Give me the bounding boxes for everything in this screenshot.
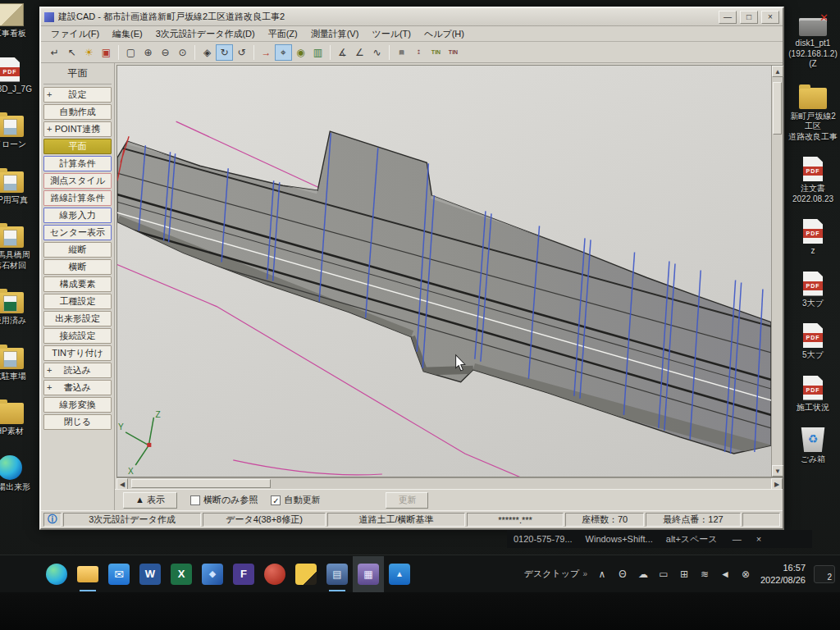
orbit-icon[interactable]: ↺ bbox=[233, 44, 250, 61]
sidebar-button[interactable]: 計算条件 bbox=[43, 156, 112, 171]
fit-view-icon[interactable]: ▢ bbox=[122, 44, 139, 61]
fly-through-icon[interactable]: → bbox=[258, 44, 275, 61]
desktop-icon[interactable]: 5大プ bbox=[787, 323, 839, 361]
desktop-icon[interactable]: z bbox=[787, 219, 839, 257]
checkbox-box[interactable] bbox=[190, 495, 200, 505]
title-bar[interactable]: 建設CAD - 都市計画道路新町戸坂線2工区道路改良工事2 — □ × bbox=[41, 8, 783, 26]
desktop-icon[interactable]: 広駐車場 bbox=[0, 345, 36, 382]
tin-check-icon[interactable]: TIN bbox=[445, 44, 462, 61]
sidebar-button[interactable]: 横断 bbox=[43, 259, 112, 275]
maximize-button[interactable]: □ bbox=[740, 11, 758, 24]
word-icon[interactable] bbox=[135, 556, 166, 592]
exit-icon[interactable]: ↵ bbox=[46, 44, 63, 61]
antivirus-tray-icon[interactable]: ⊗ bbox=[739, 568, 752, 580]
minimize-button[interactable]: — bbox=[719, 11, 737, 24]
menu-item[interactable]: 平面(Z) bbox=[262, 26, 304, 42]
desktop-icon[interactable]: 車場出来形 bbox=[0, 455, 36, 493]
edge-taskbar-icon[interactable] bbox=[41, 556, 72, 592]
sidebar-button[interactable]: 線形入力 bbox=[43, 208, 112, 223]
desktop-icon[interactable]: 使用済み bbox=[0, 289, 36, 326]
sidebar-button[interactable]: 構成要素 bbox=[43, 276, 112, 292]
measure-height-icon[interactable]: ∡ bbox=[334, 44, 351, 61]
notification-center-badge[interactable]: 2 bbox=[814, 565, 835, 583]
hint-lightbulb-icon[interactable]: ☀ bbox=[80, 44, 98, 61]
desktop-icon[interactable]: et-3D_J_7G bbox=[0, 57, 36, 95]
update-button[interactable]: 更新 bbox=[386, 492, 428, 509]
sidebar-button[interactable]: +書込み bbox=[43, 380, 112, 395]
sidebar-button[interactable]: 線形変換 bbox=[43, 397, 112, 413]
scroll-up-arrow[interactable]: ▲ bbox=[772, 66, 783, 77]
security-tray-icon[interactable]: ⊞ bbox=[678, 568, 691, 580]
menu-item[interactable]: 測量計算(V) bbox=[304, 26, 366, 42]
scroll-left-arrow[interactable]: ◀ bbox=[116, 478, 128, 490]
measure-angle-icon[interactable]: ∠ bbox=[351, 44, 368, 61]
menu-item[interactable]: 3次元設計データ作成(D) bbox=[149, 26, 262, 42]
cad-3d-app-icon[interactable] bbox=[197, 556, 228, 592]
properties-icon[interactable]: ▣ bbox=[98, 44, 115, 61]
display-tray-icon[interactable]: ▭ bbox=[657, 568, 670, 580]
capture-icon[interactable]: ▤ bbox=[393, 44, 410, 61]
volume-tray-icon[interactable]: ◄ bbox=[719, 568, 732, 580]
desktop-icon[interactable]: ドローン bbox=[0, 112, 36, 150]
rotate-view-icon[interactable]: ↻ bbox=[216, 44, 233, 61]
mail-icon[interactable] bbox=[103, 556, 135, 592]
desktop-icon[interactable]: ごみ箱 bbox=[787, 427, 839, 465]
deskband-chevron-icon[interactable]: » bbox=[582, 569, 587, 578]
sidebar-button[interactable]: +設定 bbox=[43, 87, 112, 103]
sidebar-button[interactable]: 接続設定 bbox=[43, 328, 112, 344]
taskbar-clock[interactable]: 16:57 2022/08/26 bbox=[760, 562, 806, 586]
blue-document-app-icon[interactable] bbox=[322, 556, 353, 592]
info-icon[interactable]: ⓘ bbox=[43, 513, 62, 527]
auto-update-checkbox[interactable]: ✓ 自動更新 bbox=[271, 494, 320, 506]
menu-item[interactable]: ヘルプ(H) bbox=[418, 26, 471, 42]
desktop-icon[interactable]: 新町戸坂線2工区 道路改良工事 bbox=[787, 84, 839, 143]
sidebar-button[interactable]: 工種設定 bbox=[43, 294, 112, 309]
sidebar-button[interactable]: 測点スタイル bbox=[43, 173, 112, 189]
file-explorer-icon[interactable] bbox=[72, 556, 103, 592]
sidebar-button[interactable]: TINすり付け bbox=[43, 345, 112, 361]
desktop-icon[interactable]: 施工状況 bbox=[787, 376, 839, 413]
sidebar-button[interactable]: +読込み bbox=[43, 363, 112, 378]
horizontal-scroll-thumb[interactable] bbox=[131, 479, 271, 488]
scroll-down-arrow[interactable]: ▼ bbox=[772, 465, 783, 477]
footsteps-icon[interactable]: ⁑ bbox=[410, 44, 427, 61]
purple-app-icon[interactable] bbox=[353, 556, 384, 592]
desktop-icon[interactable]: 城馬具橋周 落石材回 bbox=[0, 223, 36, 271]
menu-item[interactable]: ツール(T) bbox=[365, 26, 418, 42]
onedrive-tray-icon[interactable]: ☁ bbox=[637, 568, 650, 580]
desktop-icon[interactable]: disk1_pt1 (192.168.1.2) (Z bbox=[787, 13, 839, 70]
sidebar-button[interactable]: 自動作成 bbox=[43, 104, 112, 120]
f-app-icon[interactable] bbox=[228, 556, 259, 592]
menu-item[interactable]: 編集(E) bbox=[106, 26, 149, 42]
yellow-cad-app-icon[interactable] bbox=[290, 556, 322, 592]
sidebar-button[interactable]: 出来形設定 bbox=[43, 311, 112, 326]
zoom-in-icon[interactable]: ⊕ bbox=[139, 44, 157, 61]
3d-viewport[interactable]: Z Y X bbox=[117, 66, 771, 477]
sidebar-button[interactable]: +POINT連携 bbox=[43, 121, 112, 137]
desktop-icon[interactable]: 工事看板 bbox=[0, 3, 36, 39]
excel-icon[interactable] bbox=[166, 556, 197, 592]
sidebar-button[interactable]: 平面 bbox=[43, 139, 112, 154]
drive-icon[interactable]: ▥ bbox=[309, 44, 326, 61]
desktop-icon[interactable]: 3大プ bbox=[787, 272, 839, 309]
toast-close-icon[interactable]: × bbox=[756, 534, 761, 544]
desktop-icon[interactable]: HP素材 bbox=[0, 399, 36, 437]
sidebar-button[interactable]: 閉じる bbox=[43, 414, 112, 430]
desktop-icon[interactable]: 注文書 2022.08.23 bbox=[787, 157, 839, 204]
zoom-window-icon[interactable]: ⊙ bbox=[174, 44, 191, 61]
red-app-icon[interactable] bbox=[259, 556, 290, 592]
section-only-checkbox[interactable]: 横断のみ参照 bbox=[190, 494, 258, 506]
vertical-scrollbar[interactable]: ▲ ▼ bbox=[771, 66, 783, 477]
sidebar-button[interactable]: センター表示 bbox=[43, 225, 112, 240]
horizontal-scrollbar[interactable]: ◀ ▶ bbox=[116, 477, 783, 489]
select-cursor-icon[interactable]: ↖ bbox=[63, 44, 80, 61]
node-edit-icon[interactable]: ∿ bbox=[368, 44, 386, 61]
checkbox-box[interactable]: ✓ bbox=[271, 495, 281, 505]
sidebar-button[interactable]: 縦断 bbox=[43, 242, 112, 258]
zoom-out-icon[interactable]: ⊖ bbox=[157, 44, 174, 61]
hidden-icons-chevron[interactable]: ∧ bbox=[596, 568, 609, 580]
sidebar-button[interactable]: 路線計算条件 bbox=[43, 190, 112, 206]
show-button[interactable]: ▲ 表示 bbox=[123, 492, 177, 509]
menu-item[interactable]: ファイル(F) bbox=[44, 26, 106, 42]
tin-create-icon[interactable]: TIN bbox=[427, 44, 445, 61]
